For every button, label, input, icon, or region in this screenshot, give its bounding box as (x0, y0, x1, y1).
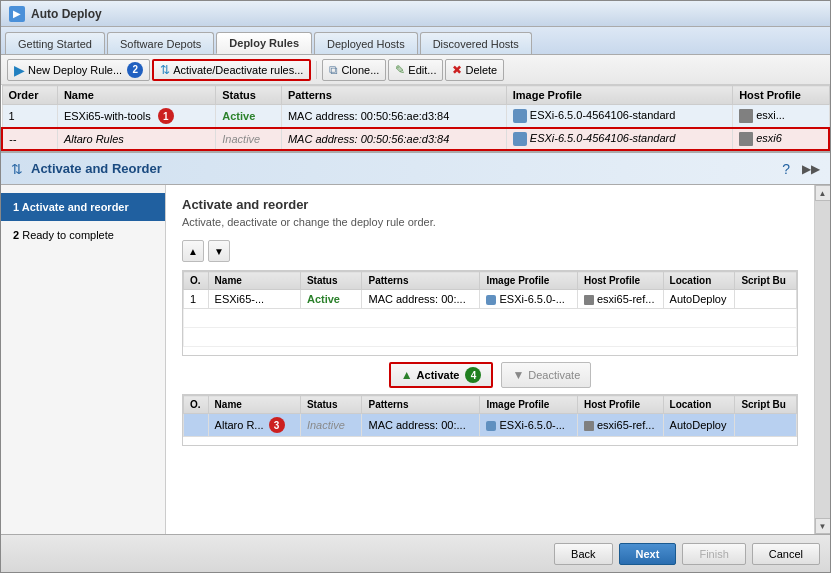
tab-software-depots[interactable]: Software Depots (107, 32, 214, 54)
wizard-step-1[interactable]: 1 Activate and reorder (1, 193, 165, 221)
edit-button[interactable]: ✎ Edit... (388, 59, 443, 81)
table-row-inactive[interactable]: Altaro R... 3 Inactive MAC address: 00:.… (184, 414, 797, 437)
disk-icon-inactive (584, 421, 594, 431)
delete-icon: ✖ (452, 63, 462, 77)
col-o-inactive: O. (184, 396, 209, 414)
toolbar-separator (316, 61, 317, 79)
activate-arrow-icon: ▲ (401, 368, 413, 382)
clone-icon: ⧉ (329, 63, 338, 77)
col-host-profile: Host Profile (577, 272, 663, 290)
img-icon-active (486, 295, 496, 305)
back-button[interactable]: Back (554, 543, 612, 565)
col-order: Order (2, 86, 57, 105)
col-patterns: Patterns (362, 272, 480, 290)
image-profile-icon (513, 109, 527, 123)
new-deploy-rule-button[interactable]: ▶ New Deploy Rule... 2 (7, 59, 150, 81)
inactive-rules-table-container: O. Name Status Patterns Image Profile Ho… (182, 394, 798, 446)
tab-getting-started[interactable]: Getting Started (5, 32, 105, 54)
col-status-inactive: Status (300, 396, 362, 414)
col-status: Status (300, 272, 362, 290)
badge-4: 4 (465, 367, 481, 383)
main-tab-bar: Getting Started Software Depots Deploy R… (1, 27, 830, 55)
col-image-profile: Image Profile (506, 86, 732, 105)
clone-button[interactable]: ⧉ Clone... (322, 59, 386, 81)
deactivate-button[interactable]: ▼ Deactivate (501, 362, 591, 388)
window-icon: ▶ (9, 6, 25, 22)
disk-icon-active (584, 295, 594, 305)
col-script-bu-inactive: Script Bu (735, 396, 797, 414)
image-profile-icon-2 (513, 132, 527, 146)
bottom-bar: Back Next Finish Cancel (1, 534, 830, 572)
col-patterns-inactive: Patterns (362, 396, 480, 414)
wizard-header-title: Activate and Reorder (31, 161, 162, 176)
wizard-sidebar: 1 Activate and reorder 2 Ready to comple… (1, 185, 166, 534)
img-icon-inactive (486, 421, 496, 431)
edit-icon: ✎ (395, 63, 405, 77)
wizard-header-icon: ⇅ (11, 161, 23, 177)
col-name-inactive: Name (208, 396, 300, 414)
col-name: Name (57, 86, 215, 105)
scroll-track[interactable] (815, 201, 831, 518)
host-profile-icon-2 (739, 132, 753, 146)
tab-deployed-hosts[interactable]: Deployed Hosts (314, 32, 418, 54)
col-host-profile: Host Profile (733, 86, 829, 105)
activate-button[interactable]: ▲ Activate 4 (389, 362, 494, 388)
col-patterns: Patterns (281, 86, 506, 105)
delete-button[interactable]: ✖ Delete (445, 59, 504, 81)
table-row-empty-2 (184, 328, 797, 347)
rules-table-area: Order Name Status Patterns Image Profile… (1, 85, 830, 153)
col-host-profile-inactive: Host Profile (577, 396, 663, 414)
badge-3: 3 (269, 417, 285, 433)
wizard-step-2[interactable]: 2 Ready to complete (1, 221, 165, 249)
wizard-content: Activate and reorder Activate, deactivat… (166, 185, 814, 534)
scroll-down-button[interactable]: ▼ (815, 518, 831, 534)
activate-deactivate-row: ▲ Activate 4 ▼ Deactivate (182, 362, 798, 388)
active-rules-table: O. Name Status Patterns Image Profile Ho… (183, 271, 797, 347)
table-row[interactable]: -- Altaro Rules Inactive MAC address: 00… (2, 128, 829, 150)
rules-table: Order Name Status Patterns Image Profile… (1, 85, 830, 151)
scroll-up-button[interactable]: ▲ (815, 185, 831, 201)
col-o: O. (184, 272, 209, 290)
col-location-inactive: Location (663, 396, 735, 414)
col-location: Location (663, 272, 735, 290)
wizard-header: ⇅ Activate and Reorder ? ▶▶ (1, 153, 830, 185)
wizard-area: ⇅ Activate and Reorder ? ▶▶ 1 Activate a… (1, 153, 830, 534)
move-up-button[interactable]: ▲ (182, 240, 204, 262)
next-button[interactable]: Next (619, 543, 677, 565)
badge-2: 2 (127, 62, 143, 78)
inactive-rules-table: O. Name Status Patterns Image Profile Ho… (183, 395, 797, 437)
active-rules-table-container: O. Name Status Patterns Image Profile Ho… (182, 270, 798, 356)
move-down-button[interactable]: ▼ (208, 240, 230, 262)
wizard-body: 1 Activate and reorder 2 Ready to comple… (1, 185, 830, 534)
wizard-content-title: Activate and reorder (182, 197, 798, 212)
col-script-bu: Script Bu (735, 272, 797, 290)
wizard-expand-button[interactable]: ▶▶ (802, 162, 820, 176)
wizard-help-button[interactable]: ? (782, 161, 790, 177)
tab-discovered-hosts[interactable]: Discovered Hosts (420, 32, 532, 54)
table-row-empty (184, 309, 797, 328)
toolbar: ▶ New Deploy Rule... 2 ⇅ Activate/Deacti… (1, 55, 830, 85)
table-row[interactable]: 1 ESXi65-... Active MAC address: 00:... … (184, 290, 797, 309)
tab-deploy-rules[interactable]: Deploy Rules (216, 32, 312, 54)
col-img-profile: Image Profile (480, 272, 577, 290)
table-row[interactable]: 1 ESXi65-with-tools 1 Active MAC address… (2, 105, 829, 129)
cancel-button[interactable]: Cancel (752, 543, 820, 565)
new-deploy-rule-icon: ▶ (14, 62, 25, 78)
host-profile-icon (739, 109, 753, 123)
deactivate-arrow-icon: ▼ (512, 368, 524, 382)
badge-1: 1 (158, 108, 174, 124)
wizard-content-desc: Activate, deactivate or change the deplo… (182, 216, 798, 228)
inner-toolbar: ▲ ▼ (182, 238, 798, 264)
scrollbar[interactable]: ▲ ▼ (814, 185, 830, 534)
col-img-profile-inactive: Image Profile (480, 396, 577, 414)
col-status: Status (216, 86, 282, 105)
window-title: Auto Deploy (31, 7, 102, 21)
activate-deactivate-icon: ⇅ (160, 63, 170, 77)
activate-deactivate-button[interactable]: ⇅ Activate/Deactivate rules... (152, 59, 311, 81)
col-name: Name (208, 272, 300, 290)
finish-button[interactable]: Finish (682, 543, 745, 565)
